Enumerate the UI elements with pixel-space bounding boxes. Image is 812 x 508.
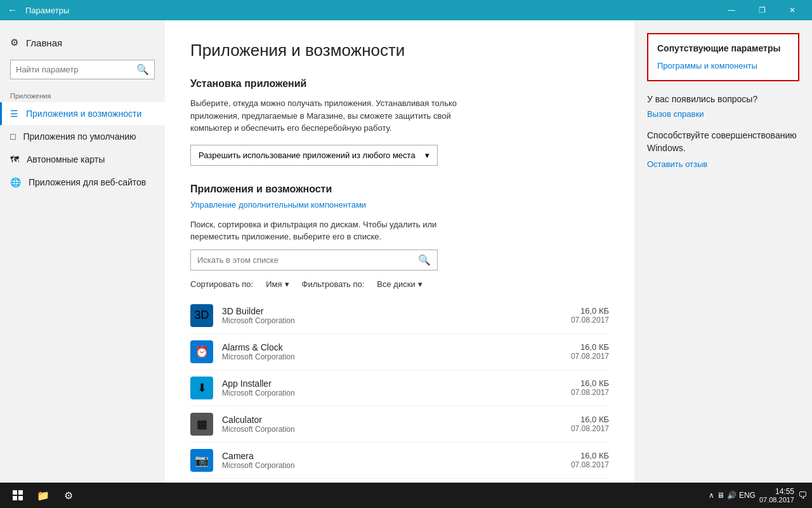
taskbar-right: ∧ 🖥 🔊 ENG 14:55 07.08.2017 🗨 xyxy=(709,487,807,504)
app-size: 16,0 КБ xyxy=(571,415,609,424)
filter-arrow-icon: ▾ xyxy=(418,279,422,289)
app-container: ⚙ Главная 🔍 Приложения ☰ Приложения и во… xyxy=(0,20,812,483)
minimize-button[interactable]: — xyxy=(717,0,746,20)
install-source-dropdown[interactable]: Разрешить использование приложений из лю… xyxy=(190,145,438,166)
apps-search-input[interactable] xyxy=(197,255,418,265)
home-label: Главная xyxy=(26,37,62,48)
app-company: Microsoft Corporation xyxy=(222,316,562,325)
main-content: Приложения и возможности Установка прило… xyxy=(165,20,634,483)
install-section-title: Установка приложений xyxy=(190,78,609,90)
maps-icon: 🗺 xyxy=(10,154,19,164)
taskbar-explorer-icon[interactable]: 📁 xyxy=(30,483,56,508)
app-size-date: 16,0 КБ 07.08.2017 xyxy=(571,342,609,361)
maximize-button[interactable]: ❐ xyxy=(747,0,776,20)
default-apps-icon: □ xyxy=(10,131,15,142)
app-name: Calculator xyxy=(222,415,562,425)
sidebar-item-label-2: Автономные карты xyxy=(27,154,105,164)
close-button[interactable]: ✕ xyxy=(778,0,807,20)
app-icon: ⏰ xyxy=(190,340,213,363)
taskbar-sys-icons: ∧ 🖥 🔊 ENG xyxy=(709,491,756,500)
sidebar-section-label: Приложения xyxy=(0,84,165,102)
app-list-item[interactable]: 3D 3D Builder Microsoft Corporation 16,0… xyxy=(190,298,609,334)
app-icon: 📷 xyxy=(190,449,213,472)
call-help-link[interactable]: Вызов справки xyxy=(647,109,704,119)
app-list-item[interactable]: 📷 Camera Microsoft Corporation 16,0 КБ 0… xyxy=(190,443,609,479)
taskbar-settings-icon[interactable]: ⚙ xyxy=(56,483,81,508)
app-size: 16,0 КБ xyxy=(571,451,609,460)
app-name: App Installer xyxy=(222,378,562,389)
app-name: 3D Builder xyxy=(222,306,562,316)
right-panel: Сопутствующие параметры Программы и комп… xyxy=(634,20,812,483)
related-title: Сопутствующие параметры xyxy=(657,43,789,53)
taskbar-date-value: 07.08.2017 xyxy=(759,496,794,504)
app-info: Alarms & Clock Microsoft Corporation xyxy=(222,342,562,361)
settings-icon: ⚙ xyxy=(64,490,73,502)
app-name: Alarms & Clock xyxy=(222,342,562,352)
app-company: Microsoft Corporation xyxy=(222,389,562,398)
sort-label: Сортировать по: xyxy=(190,279,253,289)
sidebar-search-icon: 🔍 xyxy=(136,64,149,76)
improve-section: Способствуйте совершенствованию Windows.… xyxy=(647,130,799,170)
app-size: 16,0 КБ xyxy=(571,342,609,352)
sidebar-item-default-apps[interactable]: □ Приложения по умолчанию xyxy=(0,125,165,148)
apps-section-title: Приложения и возможности xyxy=(190,184,609,195)
sidebar-item-offline-maps[interactable]: 🗺 Автономные карты xyxy=(0,148,165,171)
app-company: Microsoft Corporation xyxy=(222,425,562,434)
app-size-date: 16,0 КБ 07.08.2017 xyxy=(571,378,609,397)
dropdown-arrow-icon: ▾ xyxy=(425,150,429,160)
sidebar: ⚙ Главная 🔍 Приложения ☰ Приложения и во… xyxy=(0,20,165,483)
sort-arrow-icon: ▾ xyxy=(285,279,289,289)
sort-value: Имя xyxy=(266,279,282,289)
sidebar-search-input[interactable] xyxy=(16,65,136,74)
app-list-item[interactable]: ▦ Calculator Microsoft Corporation 16,0 … xyxy=(190,406,609,443)
app-list-item[interactable]: ⬇ App Installer Microsoft Corporation 16… xyxy=(190,370,609,406)
app-company: Microsoft Corporation xyxy=(222,352,562,361)
taskbar: 📁 ⚙ ∧ 🖥 🔊 ENG 14:55 07.08.2017 🗨 xyxy=(0,483,812,508)
volume-icon[interactable]: 🔊 xyxy=(727,491,737,500)
network-icon[interactable]: 🖥 xyxy=(717,491,724,500)
svg-rect-3 xyxy=(18,496,23,500)
leave-feedback-link[interactable]: Оставить отзыв xyxy=(647,159,707,169)
app-date: 07.08.2017 xyxy=(571,424,609,433)
app-size: 16,0 КБ xyxy=(571,306,609,316)
app-date: 07.08.2017 xyxy=(571,388,609,397)
sidebar-home[interactable]: ⚙ Главная xyxy=(0,30,165,55)
sidebar-search-box: 🔍 xyxy=(10,60,155,79)
filter-value: Все диски xyxy=(377,279,415,289)
related-settings-box: Сопутствующие параметры Программы и комп… xyxy=(647,33,799,81)
app-info: Camera Microsoft Corporation xyxy=(222,451,562,470)
start-button[interactable] xyxy=(5,483,30,508)
app-company: Microsoft Corporation xyxy=(222,461,562,470)
sidebar-item-apps-features[interactable]: ☰ Приложения и возможности xyxy=(0,102,165,125)
sort-dropdown[interactable]: Имя ▾ xyxy=(266,279,289,289)
install-description: Выберите, откуда можно получать приложен… xyxy=(190,97,457,135)
app-list-item[interactable]: ⏰ Alarms & Clock Microsoft Corporation 1… xyxy=(190,334,609,370)
app-size-date: 16,0 КБ 07.08.2017 xyxy=(571,306,609,324)
app-info: Calculator Microsoft Corporation xyxy=(222,415,562,434)
folder-icon: 📁 xyxy=(37,490,49,502)
app-size: 16,0 КБ xyxy=(571,378,609,388)
window-controls: — ❐ ✕ xyxy=(717,0,807,20)
programs-components-link[interactable]: Программы и компоненты xyxy=(657,61,757,70)
titlebar-title: Параметры xyxy=(25,6,717,15)
sidebar-item-website-apps[interactable]: 🌐 Приложения для веб-сайтов xyxy=(0,171,165,194)
app-size-date: 16,0 КБ 07.08.2017 xyxy=(571,451,609,469)
apps-search-description: Поиск, сортировка и фильтрация по дискам… xyxy=(190,218,457,243)
app-size-date: 16,0 КБ 07.08.2017 xyxy=(571,415,609,433)
apps-search-icon: 🔍 xyxy=(418,254,431,266)
start-icon xyxy=(13,490,23,500)
svg-rect-2 xyxy=(13,496,17,500)
back-icon: ← xyxy=(8,4,18,16)
notification-icon[interactable]: 🗨 xyxy=(798,490,807,500)
apps-list-icon: ☰ xyxy=(10,109,18,119)
page-title: Приложения и возможности xyxy=(190,41,609,60)
manage-components-link[interactable]: Управление дополнительными компонентами xyxy=(190,200,609,210)
chevron-up-icon[interactable]: ∧ xyxy=(709,491,714,500)
lang-label: ENG xyxy=(739,491,756,500)
app-info: 3D Builder Microsoft Corporation xyxy=(222,306,562,325)
filter-dropdown[interactable]: Все диски ▾ xyxy=(377,279,422,289)
help-title: У вас появились вопросы? xyxy=(647,94,799,104)
back-button[interactable]: ← xyxy=(5,3,20,18)
app-info: App Installer Microsoft Corporation xyxy=(222,378,562,398)
taskbar-clock[interactable]: 14:55 07.08.2017 xyxy=(759,487,794,504)
